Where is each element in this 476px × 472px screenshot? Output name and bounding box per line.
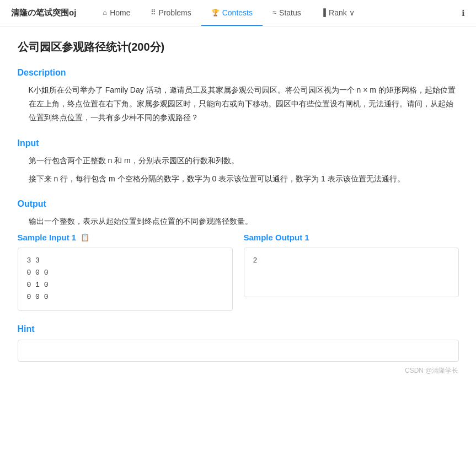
input-para-1: 第一行包含两个正整数 n 和 m，分别表示园区的行数和列数。 bbox=[29, 154, 459, 168]
content: 公司园区参观路径统计(200分) Description K小姐所在公司举办了 … bbox=[1, 26, 475, 398]
rank-icon bbox=[321, 8, 326, 17]
output-label: Output bbox=[18, 199, 459, 209]
sample-output-label: Sample Output 1 bbox=[244, 233, 459, 242]
nav-items: Home Problems Contests Status Rank ∨ bbox=[93, 0, 364, 26]
sample-row: Sample Input 1 📋 3 3 0 0 0 0 1 0 0 0 0 S… bbox=[18, 233, 459, 310]
brand: 清隆の笔试突围oj bbox=[11, 8, 76, 18]
nav-label-home: Home bbox=[110, 8, 130, 17]
sample-input-content: 3 3 0 0 0 0 1 0 0 0 0 bbox=[27, 256, 49, 301]
watermark: CSDN @清隆学长 bbox=[18, 366, 459, 376]
nav-item-problems[interactable]: Problems bbox=[141, 0, 201, 26]
nav-item-rank[interactable]: Rank ∨ bbox=[311, 0, 365, 26]
sample-output-content: 2 bbox=[253, 256, 258, 265]
contests-icon bbox=[211, 8, 220, 17]
home-icon bbox=[103, 8, 107, 17]
sample-output-label-text: Sample Output 1 bbox=[244, 233, 309, 242]
sample-input-label: Sample Input 1 📋 bbox=[18, 233, 233, 242]
nav-item-status[interactable]: Status bbox=[263, 0, 311, 26]
input-para-2: 接下来 n 行，每行包含 m 个空格分隔的数字，数字为 0 表示该位置可以通行，… bbox=[29, 172, 459, 186]
problem-title: 公司园区参观路径统计(200分) bbox=[18, 40, 459, 55]
info-icon[interactable] bbox=[462, 8, 465, 18]
output-content: 输出一个整数，表示从起始位置到终点位置的不同参观路径数量。 bbox=[18, 214, 459, 228]
description-para-1: K小姐所在公司举办了 Family Day 活动，邀请员工及其家属参观公司园区。… bbox=[29, 83, 459, 125]
description-content: K小姐所在公司举办了 Family Day 活动，邀请员工及其家属参观公司园区。… bbox=[18, 83, 459, 125]
nav-label-rank: Rank ∨ bbox=[329, 8, 355, 17]
input-section: Input 第一行包含两个正整数 n 和 m，分别表示园区的行数和列数。 接下来… bbox=[18, 138, 459, 186]
input-content: 第一行包含两个正整数 n 和 m，分别表示园区的行数和列数。 接下来 n 行，每… bbox=[18, 154, 459, 186]
navbar: 清隆の笔试突围oj Home Problems Contests Status … bbox=[0, 0, 476, 26]
copy-icon[interactable]: 📋 bbox=[81, 233, 89, 242]
description-section: Description K小姐所在公司举办了 Family Day 活动，邀请员… bbox=[18, 68, 459, 125]
input-label: Input bbox=[18, 138, 459, 148]
sample-input-col: Sample Input 1 📋 3 3 0 0 0 0 1 0 0 0 0 bbox=[18, 233, 233, 310]
output-para-1: 输出一个整数，表示从起始位置到终点位置的不同参观路径数量。 bbox=[29, 214, 459, 228]
sample-input-label-text: Sample Input 1 bbox=[18, 233, 77, 242]
status-icon bbox=[272, 8, 276, 17]
nav-label-status: Status bbox=[279, 8, 301, 17]
hint-box bbox=[18, 340, 459, 362]
hint-label: Hint bbox=[18, 324, 459, 334]
nav-item-home[interactable]: Home bbox=[93, 0, 140, 26]
sample-output-box: 2 bbox=[244, 248, 459, 297]
nav-label-contests: Contests bbox=[222, 8, 253, 17]
problems-icon bbox=[151, 8, 156, 17]
sample-input-box: 3 3 0 0 0 0 1 0 0 0 0 bbox=[18, 248, 233, 310]
sample-output-col: Sample Output 1 2 bbox=[244, 233, 459, 310]
nav-item-contests[interactable]: Contests bbox=[201, 0, 263, 26]
output-section: Output 输出一个整数，表示从起始位置到终点位置的不同参观路径数量。 bbox=[18, 199, 459, 228]
description-label: Description bbox=[18, 68, 459, 78]
nav-label-problems: Problems bbox=[159, 8, 191, 17]
hint-section: Hint bbox=[18, 324, 459, 362]
